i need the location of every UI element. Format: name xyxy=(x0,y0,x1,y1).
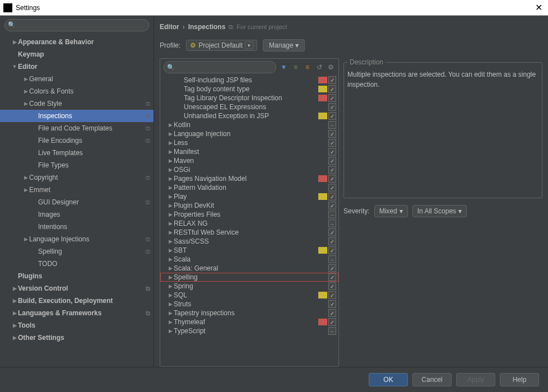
inspection-checkbox[interactable] xyxy=(328,76,336,84)
inspection-checkbox[interactable] xyxy=(328,157,336,165)
inspection-row[interactable]: ▶Struts xyxy=(160,300,338,309)
inspection-row[interactable]: ▶Thymeleaf xyxy=(160,318,338,326)
inspection-row[interactable]: ▶Scala xyxy=(160,255,338,264)
inspection-row[interactable]: ▶Scala: General xyxy=(160,264,338,273)
inspection-row[interactable]: ▶Plugin DevKit xyxy=(160,201,338,210)
inspection-row[interactable]: ▶Play xyxy=(160,192,338,201)
inspection-checkbox[interactable] xyxy=(328,112,336,120)
sidebar-item-inspections[interactable]: Inspections⧉ xyxy=(0,110,154,122)
inspection-checkbox[interactable] xyxy=(328,94,336,102)
inspection-row[interactable]: ▶SBT xyxy=(160,246,338,255)
inspection-row[interactable]: ▶OSGi xyxy=(160,165,338,174)
inspection-row[interactable]: ▶TypeScript xyxy=(160,326,338,335)
sidebar-item-other-settings[interactable]: ▶Other Settings xyxy=(0,332,154,344)
inspection-checkbox[interactable] xyxy=(328,211,336,218)
inspection-checkbox[interactable] xyxy=(328,282,336,290)
expand-all-icon[interactable]: ≡ xyxy=(291,63,300,72)
profile-dropdown[interactable]: ⚙ Project Default ▾ xyxy=(186,40,257,51)
sidebar-item-editor[interactable]: ▼Editor xyxy=(0,60,154,73)
inspection-checkbox[interactable] xyxy=(328,327,336,335)
inspection-checkbox[interactable] xyxy=(328,85,336,93)
inspection-row[interactable]: ▶Language Injection xyxy=(160,129,338,138)
inspection-checkbox[interactable] xyxy=(328,184,336,192)
inspection-row[interactable]: Unhandled Exception in JSP xyxy=(160,111,338,120)
inspection-row[interactable]: ▶Pattern Validation xyxy=(160,183,338,192)
inspection-checkbox[interactable] xyxy=(328,139,336,147)
manage-button[interactable]: Manage ▾ xyxy=(263,39,305,52)
inspection-checkbox[interactable] xyxy=(328,309,336,317)
inspection-row[interactable]: Unescaped EL Expressions xyxy=(160,102,338,111)
inspection-checkbox[interactable] xyxy=(328,175,336,183)
sidebar-item-gui-designer[interactable]: GUI Designer⧉ xyxy=(0,196,154,208)
collapse-all-icon[interactable]: ≡ xyxy=(303,63,312,72)
sidebar-item-spelling[interactable]: Spelling⧉ xyxy=(0,245,154,258)
inspection-row[interactable]: ▶RESTful Web Service xyxy=(160,228,338,237)
inspection-row[interactable]: Tag Library Descriptor Inspection xyxy=(160,94,338,102)
apply-button[interactable]: Apply xyxy=(456,373,495,386)
inspection-checkbox[interactable] xyxy=(328,246,336,254)
inspection-row[interactable]: ▶Spelling xyxy=(160,273,338,282)
inspection-row[interactable]: ▶RELAX NG xyxy=(160,219,338,228)
inspection-row[interactable]: Tag body content type xyxy=(160,85,338,94)
sidebar-item-build-execution-deployment[interactable]: ▶Build, Execution, Deployment xyxy=(0,295,154,307)
inspection-checkbox[interactable] xyxy=(328,318,336,326)
sidebar-search-input[interactable] xyxy=(4,19,149,31)
inspection-checkbox[interactable] xyxy=(328,228,336,236)
inspection-row[interactable]: ▶Spring xyxy=(160,282,338,291)
inspection-row[interactable]: Self-including JSP files xyxy=(160,76,338,85)
sidebar-item-languages-frameworks[interactable]: ▶Languages & Frameworks⧉ xyxy=(0,307,154,319)
inspection-checkbox[interactable] xyxy=(328,300,336,308)
cancel-button[interactable]: Cancel xyxy=(412,373,452,386)
scope-dropdown[interactable]: In All Scopes ▾ xyxy=(412,205,467,217)
sidebar-item-version-control[interactable]: ▶Version Control⧉ xyxy=(0,282,154,295)
sidebar-item-keymap[interactable]: Keymap xyxy=(0,48,154,60)
inspection-checkbox[interactable] xyxy=(328,193,336,200)
inspection-checkbox[interactable] xyxy=(328,255,336,263)
close-icon[interactable]: ✕ xyxy=(533,2,545,13)
help-button[interactable]: Help xyxy=(500,373,539,386)
sidebar-item-file-and-code-templates[interactable]: File and Code Templates⧉ xyxy=(0,122,154,134)
sidebar-item-tools[interactable]: ▶Tools xyxy=(0,319,154,332)
sidebar-item-todo[interactable]: TODO xyxy=(0,258,154,270)
sidebar-item-copyright[interactable]: ▶Copyright⧉ xyxy=(0,171,154,184)
inspection-checkbox[interactable] xyxy=(328,202,336,209)
sidebar-item-file-types[interactable]: File Types xyxy=(0,159,154,171)
inspection-checkbox[interactable] xyxy=(328,148,336,156)
inspection-checkbox[interactable] xyxy=(328,103,336,111)
sidebar-item-language-injections[interactable]: ▶Language Injections⧉ xyxy=(0,233,154,245)
inspection-checkbox[interactable] xyxy=(328,130,336,138)
reset-icon[interactable]: ↺ xyxy=(315,63,323,72)
sidebar-item-file-encodings[interactable]: File Encodings⧉ xyxy=(0,134,154,147)
filter-icon[interactable]: ▼ xyxy=(280,63,288,72)
sidebar-item-emmet[interactable]: ▶Emmet xyxy=(0,184,154,196)
sidebar-item-live-templates[interactable]: Live Templates xyxy=(0,147,154,159)
inspection-checkbox[interactable] xyxy=(328,237,336,245)
sidebar-item-general[interactable]: ▶General xyxy=(0,73,154,85)
inspection-checkbox[interactable] xyxy=(328,220,336,227)
inspection-row[interactable]: ▶Sass/SCSS xyxy=(160,237,338,246)
inspection-row[interactable]: ▶SQL xyxy=(160,291,338,300)
sidebar-item-appearance-behavior[interactable]: ▶Appearance & Behavior xyxy=(0,36,154,48)
sidebar-item-code-style[interactable]: ▶Code Style⧉ xyxy=(0,97,154,110)
inspection-row[interactable]: ▶Tapestry inspections xyxy=(160,309,338,318)
sidebar-item-images[interactable]: Images xyxy=(0,208,154,221)
inspection-checkbox[interactable] xyxy=(328,121,336,129)
inspection-row[interactable]: ▶Less xyxy=(160,138,338,147)
inspection-row[interactable]: ▶Manifest xyxy=(160,147,338,156)
ok-button[interactable]: OK xyxy=(369,373,408,386)
sidebar-item-plugins[interactable]: Plugins xyxy=(0,270,154,282)
inspection-checkbox[interactable] xyxy=(328,166,336,174)
sidebar-item-colors-fonts[interactable]: ▶Colors & Fonts xyxy=(0,85,154,97)
inspection-row[interactable]: ▶Kotlin xyxy=(160,120,338,129)
inspection-checkbox[interactable] xyxy=(328,264,336,272)
inspections-list[interactable]: Self-including JSP filesTag body content… xyxy=(160,76,338,366)
inspection-row[interactable]: ▶Pages Navigation Model xyxy=(160,174,338,183)
inspection-checkbox[interactable] xyxy=(328,291,336,299)
inspection-row[interactable]: ▶Properties Files xyxy=(160,210,338,219)
inspection-checkbox[interactable] xyxy=(328,273,336,281)
severity-dropdown[interactable]: Mixed ▾ xyxy=(374,205,408,217)
inspections-search-input[interactable] xyxy=(164,61,276,73)
settings-icon[interactable]: ⚙ xyxy=(327,63,335,72)
sidebar-item-intentions[interactable]: Intentions xyxy=(0,221,154,233)
inspection-row[interactable]: ▶Maven xyxy=(160,156,338,165)
